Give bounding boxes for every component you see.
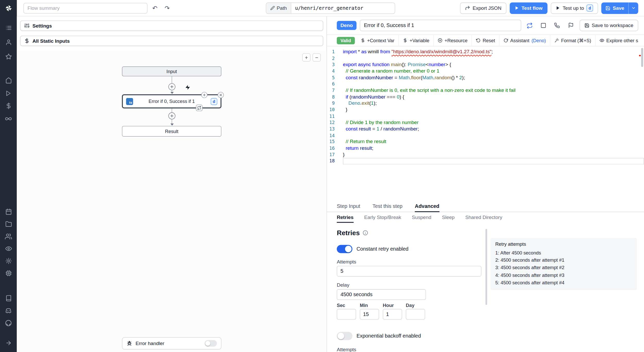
export-json-button[interactable]: Export JSON	[460, 2, 506, 14]
path-chip[interactable]: Path	[266, 3, 291, 13]
code-lines[interactable]: import * as wmill from "https://deno.lan…	[338, 49, 644, 202]
assistant-button[interactable]: Assistant (Deno)	[499, 35, 550, 46]
reset-button[interactable]: Reset	[472, 35, 499, 46]
pencil-icon	[270, 6, 275, 10]
retry-indicator-button[interactable]	[196, 105, 203, 111]
save-to-workspace-label: Save to workspace	[592, 23, 633, 28]
flow-canvas[interactable]: + − Input	[17, 50, 326, 352]
path-input[interactable]	[291, 3, 395, 13]
add-variable-button[interactable]: +Variable	[399, 35, 434, 46]
play-icon	[556, 6, 560, 10]
trigger-step-button[interactable]	[184, 84, 191, 91]
home-icon[interactable]	[4, 75, 13, 85]
all-static-inputs-button[interactable]: All Static Inputs	[20, 36, 323, 46]
undo-button[interactable]: ↶	[150, 3, 160, 13]
tab-test-this-step[interactable]: Test this step	[372, 204, 402, 212]
sync-icon	[527, 22, 533, 29]
users-icon[interactable]	[4, 231, 13, 241]
save-to-workspace-button[interactable]: Save to workspace	[579, 20, 638, 31]
flow-summary-input[interactable]	[23, 3, 148, 13]
sliders-icon	[24, 23, 30, 28]
step-title-input[interactable]	[360, 20, 521, 31]
flag-icon	[568, 23, 574, 28]
line-numbers: 123456789101112131415161718	[327, 49, 338, 202]
test-flow-button[interactable]: Test flow	[510, 2, 547, 14]
subtab-early-stop[interactable]: Early Stop/Break	[364, 215, 401, 223]
step-node[interactable]: ts Error if 0, Success if 1 d	[122, 94, 222, 108]
format-button[interactable]: Format (⌘+S)	[550, 35, 595, 46]
subtab-sleep[interactable]: Sleep	[442, 215, 455, 223]
hour-input[interactable]	[383, 309, 402, 320]
info-icon[interactable]	[363, 230, 368, 235]
add-context-var-label: +Context Var	[367, 38, 394, 43]
save-button[interactable]: Save	[601, 2, 628, 14]
add-resource-button[interactable]: +Resource	[434, 35, 472, 46]
redo-button[interactable]: ↷	[162, 3, 172, 13]
subtab-shared-directory[interactable]: Shared Directory	[465, 215, 502, 223]
retry-loop-icon	[197, 106, 201, 110]
eye-icon[interactable]	[4, 244, 13, 253]
save-dropdown-button[interactable]	[628, 2, 638, 14]
zoom-out-button[interactable]: −	[312, 53, 321, 61]
webhook-button[interactable]	[552, 20, 562, 31]
github-icon[interactable]	[4, 318, 13, 328]
retry-attempt-item: 4: 4500 seconds after attempt #3	[495, 271, 632, 279]
retry-attempt-item: 2: 4500 seconds after attempt #1	[495, 257, 632, 264]
delay-input[interactable]	[337, 289, 426, 300]
editor-scrollbar[interactable]	[641, 48, 643, 67]
windmill-logo[interactable]	[4, 3, 13, 13]
scripts-icon[interactable]	[4, 23, 13, 33]
insert-step-button[interactable]	[168, 83, 175, 90]
resources-icon[interactable]	[4, 114, 13, 124]
form-scrollbar[interactable]	[486, 229, 487, 305]
play-icon[interactable]	[4, 88, 13, 98]
subtab-suspend[interactable]: Suspend	[412, 215, 431, 223]
chevron-down-icon	[631, 6, 636, 10]
constant-retry-toggle[interactable]	[337, 245, 352, 253]
bug-icon	[126, 340, 132, 346]
error-handler-toggle[interactable]	[205, 340, 217, 347]
error-handler-row[interactable]: Error handler	[122, 337, 222, 350]
dollar-icon[interactable]	[4, 101, 13, 111]
add-context-var-button[interactable]: +Context Var	[356, 35, 399, 46]
arrow-right-icon[interactable]	[4, 338, 13, 348]
discord-icon[interactable]	[4, 306, 13, 315]
delete-step-button[interactable]	[218, 92, 224, 98]
min-input[interactable]	[360, 309, 379, 320]
subtab-retries[interactable]: Retries	[337, 215, 353, 223]
main-area: ↶ ↷ Path Export JSON Test flow	[17, 0, 644, 352]
gear-icon[interactable]	[4, 256, 13, 266]
tab-step-input[interactable]: Step Input	[337, 204, 360, 212]
retry-attempts-title: Retry attempts	[495, 242, 632, 247]
folder-icon[interactable]	[4, 219, 13, 229]
user-icon[interactable]	[4, 37, 13, 47]
input-node[interactable]: Input	[122, 66, 222, 76]
calendar-icon[interactable]	[4, 207, 13, 217]
fullscreen-button[interactable]	[538, 20, 549, 31]
zoom-in-button[interactable]: +	[302, 53, 310, 61]
insert-step-button[interactable]	[168, 112, 175, 119]
workers-icon[interactable]	[4, 268, 13, 278]
add-branch-button[interactable]	[201, 92, 207, 98]
code-editor[interactable]: 123456789101112131415161718 import * as …	[327, 46, 644, 202]
flow-settings-button[interactable]: Settings	[20, 21, 323, 31]
flag-button[interactable]	[566, 20, 576, 31]
tab-advanced[interactable]: Advanced	[415, 204, 439, 212]
retries-panel: Retries Constant retry enabled Attempts …	[327, 223, 644, 352]
explore-scripts-button[interactable]: Explore other s	[595, 35, 642, 46]
diff-sync-button[interactable]	[524, 20, 535, 31]
sec-input[interactable]	[337, 309, 356, 320]
star-icon[interactable]	[4, 52, 13, 61]
book-icon[interactable]	[4, 293, 13, 303]
attempts-input[interactable]	[337, 266, 481, 276]
result-node[interactable]: Result	[122, 126, 222, 136]
exponential-backoff-toggle[interactable]	[337, 332, 352, 340]
export-icon	[465, 5, 470, 11]
day-input[interactable]	[406, 309, 425, 320]
test-up-to-button[interactable]: Test up to d	[551, 2, 598, 14]
window-icon	[540, 23, 546, 28]
export-json-label: Export JSON	[473, 5, 502, 11]
plus-circle-icon	[170, 114, 174, 118]
save-label: Save	[613, 5, 624, 11]
phone-icon	[554, 23, 560, 28]
